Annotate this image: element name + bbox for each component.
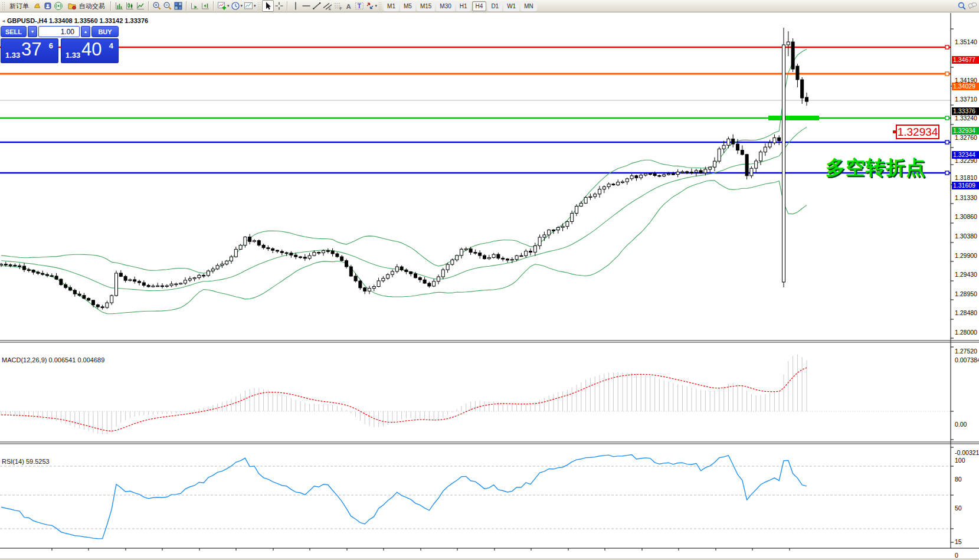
rsi-label: RSI(14) 59.5253 bbox=[2, 458, 50, 465]
price-tick-label: 1.27520 bbox=[955, 348, 977, 355]
line-chart-icon[interactable] bbox=[135, 1, 146, 11]
indicator-tick-label: 80 bbox=[955, 476, 962, 483]
text-label-icon[interactable]: T bbox=[354, 1, 365, 11]
sell-button[interactable]: SELL bbox=[1, 26, 27, 37]
indicator-tick-label: -0.003215 bbox=[955, 449, 979, 456]
volume-increase-button[interactable]: ▴ bbox=[81, 26, 90, 37]
indicator-tick-label: 100 bbox=[955, 457, 965, 464]
auto-trading-button[interactable]: 自动交易 bbox=[64, 1, 108, 11]
indicator-tick-label: 15 bbox=[955, 538, 962, 545]
buy-price-small: 1.33 bbox=[66, 51, 80, 60]
timeframe-m30-button[interactable]: M30 bbox=[436, 1, 454, 11]
toolbar-separator bbox=[213, 1, 214, 11]
timeframe-m5-button[interactable]: M5 bbox=[400, 1, 415, 11]
toolbar: 新订单 自动交易 ▾ ▾ ▾ E F A T ▾ M bbox=[0, 0, 979, 12]
price-tick-label: 1.29900 bbox=[955, 252, 977, 259]
buy-price-button[interactable]: 1.33 40 4 bbox=[61, 38, 119, 63]
chart-marker-icon: ◂ bbox=[2, 18, 5, 24]
svg-text:E: E bbox=[329, 7, 331, 11]
price-line-tag: 1.33376 bbox=[952, 107, 979, 115]
toolbar-separator bbox=[148, 1, 149, 11]
macd-label: MACD(12,26,9) 0.006541 0.004689 bbox=[2, 356, 104, 363]
dropdown-caret-icon[interactable]: ▾ bbox=[375, 1, 378, 11]
symbol-ohlc-text: GBPUSD-,H4 1.33408 1.33560 1.33142 1.333… bbox=[7, 17, 148, 24]
buy-price-big: 40 bbox=[81, 39, 101, 60]
search-icon[interactable] bbox=[957, 1, 967, 11]
price-line-tag: 1.31609 bbox=[952, 182, 979, 189]
add-indicator-icon[interactable] bbox=[217, 1, 227, 11]
vertical-line-icon[interactable] bbox=[290, 1, 301, 11]
sell-price-small: 1.33 bbox=[5, 51, 20, 60]
fibonacci-icon[interactable]: F bbox=[333, 1, 343, 11]
toolbar-drag-handle[interactable] bbox=[257, 2, 260, 11]
horizontal-line-icon[interactable] bbox=[301, 1, 312, 11]
annotation-text[interactable]: 多空转折点 bbox=[826, 155, 926, 181]
timeframe-d1-button[interactable]: D1 bbox=[487, 1, 502, 11]
timeframe-mn-button[interactable]: MN bbox=[520, 1, 537, 11]
price-tick-label: 1.28480 bbox=[955, 309, 977, 316]
volume-decrease-button[interactable]: ▾ bbox=[28, 26, 37, 37]
toolbar-separator bbox=[110, 1, 112, 11]
indicator-tick-label: 0.00 bbox=[955, 421, 967, 428]
chat-icon[interactable] bbox=[967, 1, 978, 11]
dropdown-caret-icon[interactable]: ▾ bbox=[254, 1, 256, 11]
svg-text:A: A bbox=[346, 3, 351, 10]
arrows-icon[interactable] bbox=[365, 1, 375, 11]
buy-button[interactable]: BUY bbox=[91, 26, 119, 37]
sell-price-big: 37 bbox=[21, 39, 41, 60]
price-tick-label: 1.28950 bbox=[955, 290, 977, 297]
price-tick-label: 1.31810 bbox=[955, 174, 977, 181]
buy-price-sup: 4 bbox=[109, 41, 113, 50]
price-tick-label: 1.32760 bbox=[955, 134, 977, 141]
chart-canvas[interactable] bbox=[0, 13, 979, 560]
sell-price-button[interactable]: 1.33 37 6 bbox=[1, 38, 58, 63]
price-line-tag: 1.32934 bbox=[952, 127, 979, 135]
toolbar-drag-handle[interactable] bbox=[2, 2, 5, 11]
volume-input[interactable]: 1.00 bbox=[38, 26, 80, 37]
timeframe-h1-button[interactable]: H1 bbox=[456, 1, 471, 11]
price-callout[interactable]: 1.32934 bbox=[896, 125, 939, 139]
chart-area[interactable]: ◂ GBPUSD-,H4 1.33408 1.33560 1.33142 1.3… bbox=[0, 13, 979, 560]
periods-icon[interactable] bbox=[230, 1, 241, 11]
toolbar-separator bbox=[186, 1, 187, 11]
price-tick-label: 1.29430 bbox=[955, 271, 977, 278]
auto-scroll-icon[interactable] bbox=[189, 1, 200, 11]
zoom-in-icon[interactable] bbox=[152, 1, 162, 11]
candlestick-chart-icon[interactable] bbox=[125, 1, 135, 11]
cursor-icon[interactable] bbox=[262, 0, 274, 12]
svg-text:F: F bbox=[339, 6, 342, 11]
bar-chart-icon[interactable] bbox=[114, 1, 125, 11]
crosshair-icon[interactable] bbox=[274, 1, 284, 11]
price-line-tag: 1.32344 bbox=[952, 151, 979, 159]
dropdown-caret-icon[interactable]: ▾ bbox=[227, 1, 230, 11]
dropdown-caret-icon[interactable]: ▾ bbox=[241, 1, 243, 11]
autotrade-folder-icon bbox=[67, 1, 77, 11]
timeframe-m1-button[interactable]: M1 bbox=[384, 1, 399, 11]
timeframe-m15-button[interactable]: M15 bbox=[417, 1, 435, 11]
timeframe-h4-button[interactable]: H4 bbox=[472, 1, 487, 11]
mt4-window: 新订单 自动交易 ▾ ▾ ▾ E F A T ▾ M bbox=[0, 0, 979, 560]
tile-windows-icon[interactable] bbox=[173, 1, 184, 11]
indicator-tick-label: 50 bbox=[955, 505, 962, 512]
zoom-out-icon[interactable] bbox=[162, 1, 173, 11]
auto-trading-label: 自动交易 bbox=[79, 2, 105, 11]
new-order-button[interactable]: 新订单 bbox=[6, 1, 32, 11]
toolbar-drag-handle[interactable] bbox=[378, 2, 381, 11]
chart-shift-icon[interactable] bbox=[200, 1, 211, 11]
toolbar-separator bbox=[287, 1, 288, 11]
price-line-tag: 1.34677 bbox=[952, 56, 979, 64]
market-icon[interactable] bbox=[32, 1, 42, 11]
sell-price-sup: 6 bbox=[49, 41, 53, 50]
price-line-tag: 1.34029 bbox=[952, 83, 979, 90]
signals-icon[interactable] bbox=[53, 1, 64, 11]
template-icon[interactable] bbox=[243, 1, 254, 11]
price-tick-label: 1.31330 bbox=[955, 194, 977, 201]
community-icon[interactable] bbox=[42, 1, 53, 11]
text-icon[interactable]: A bbox=[343, 1, 354, 11]
price-tick-label: 1.30380 bbox=[955, 232, 977, 240]
indicator-tick-label: 0.007384 bbox=[955, 356, 979, 363]
channel-icon[interactable]: E bbox=[322, 1, 333, 11]
timeframe-w1-button[interactable]: W1 bbox=[503, 1, 519, 11]
symbol-ohlc-line: ◂ GBPUSD-,H4 1.33408 1.33560 1.33142 1.3… bbox=[2, 17, 148, 24]
trendline-icon[interactable] bbox=[312, 1, 322, 11]
